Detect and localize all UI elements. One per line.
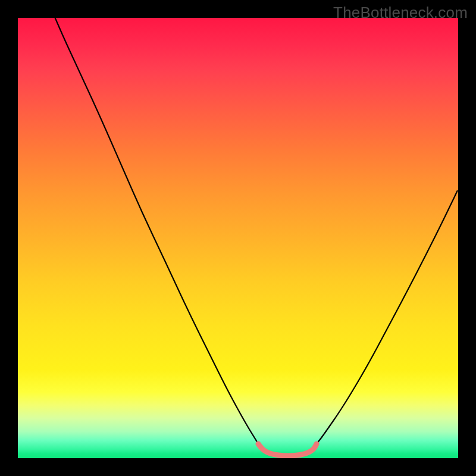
left-curve-path	[54, 18, 258, 444]
chart-frame: TheBottleneck.com	[0, 0, 476, 476]
watermark-text: TheBottleneck.com	[333, 4, 468, 22]
curve-layer	[18, 18, 458, 458]
right-curve-path	[317, 190, 458, 444]
plot-area	[18, 18, 458, 458]
valley-marker-path	[258, 444, 317, 456]
